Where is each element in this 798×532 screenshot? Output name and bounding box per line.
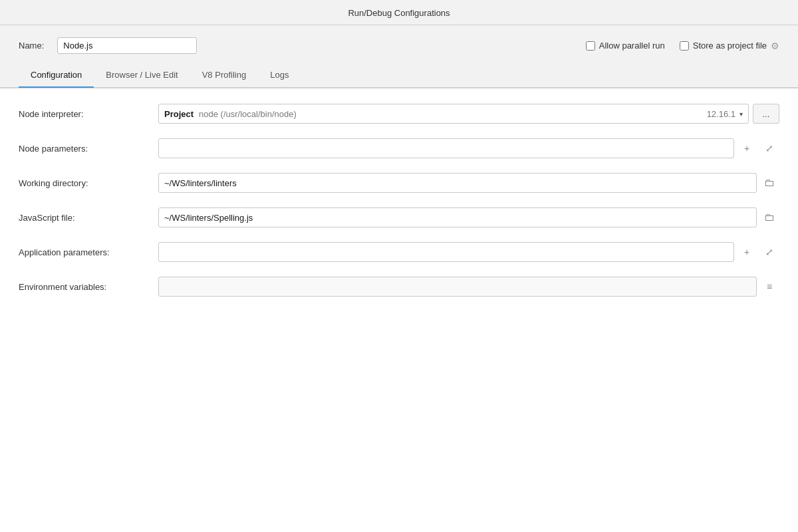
- node-parameters-plus-button[interactable]: +: [737, 138, 757, 158]
- expand-icon-app: ⤢: [765, 247, 773, 257]
- tab-configuration[interactable]: Configuration: [19, 63, 94, 88]
- allow-parallel-checkbox[interactable]: [586, 41, 595, 51]
- folder-icon: 🗀: [764, 177, 775, 189]
- allow-parallel-checkbox-item: Allow parallel run: [586, 41, 665, 51]
- environment-variables-doc-button[interactable]: ≡: [759, 277, 779, 297]
- checkboxes-area: Allow parallel run Store as project file…: [586, 41, 779, 51]
- javascript-file-label: JavaScript file:: [19, 213, 158, 223]
- node-parameters-expand-button[interactable]: ⤢: [759, 138, 779, 158]
- node-interpreter-label: Node interpreter:: [19, 109, 158, 119]
- javascript-file-row: JavaScript file: 🗀: [19, 205, 779, 229]
- node-parameters-input-area: + ⤢: [158, 138, 779, 158]
- working-directory-row: Working directory: 🗀: [19, 171, 779, 195]
- gear-icon[interactable]: ⚙: [771, 41, 779, 51]
- node-parameters-input[interactable]: [158, 138, 734, 158]
- javascript-file-input[interactable]: [158, 207, 757, 227]
- javascript-file-input-area: 🗀: [158, 207, 779, 227]
- node-parameters-label: Node parameters:: [19, 144, 158, 154]
- store-project-label: Store as project file: [693, 41, 767, 51]
- store-project-checkbox-item: Store as project file ⚙: [680, 41, 779, 51]
- name-input[interactable]: [57, 37, 197, 54]
- environment-variables-input-area: ≡: [158, 277, 779, 297]
- doc-icon: ≡: [767, 281, 772, 292]
- javascript-file-folder-button[interactable]: 🗀: [759, 207, 779, 227]
- working-directory-folder-button[interactable]: 🗀: [759, 173, 779, 193]
- title-bar: Run/Debug Configurations: [0, 0, 798, 25]
- plus-icon: +: [744, 143, 749, 154]
- allow-parallel-label: Allow parallel run: [599, 41, 665, 51]
- node-parameters-row: Node parameters: + ⤢: [19, 136, 779, 160]
- folder-icon-js: 🗀: [764, 211, 775, 223]
- node-interpreter-row: Node interpreter: Project node (/usr/loc…: [19, 102, 779, 126]
- header-section: Name: Allow parallel run Store as projec…: [0, 25, 798, 63]
- interpreter-project-text: Project: [164, 109, 194, 119]
- interpreter-path-text: node (/usr/local/bin/node): [199, 109, 297, 119]
- application-parameters-plus-button[interactable]: +: [737, 242, 757, 262]
- application-parameters-expand-button[interactable]: ⤢: [759, 242, 779, 262]
- content-area: Node interpreter: Project node (/usr/loc…: [0, 88, 798, 532]
- interpreter-more-button[interactable]: ...: [753, 104, 779, 124]
- application-parameters-label: Application parameters:: [19, 247, 158, 257]
- working-directory-input-area: 🗀: [158, 173, 779, 193]
- expand-icon: ⤢: [765, 143, 773, 154]
- interpreter-dropdown[interactable]: Project node (/usr/local/bin/node) 12.16…: [158, 104, 749, 124]
- working-directory-label: Working directory:: [19, 178, 158, 188]
- dropdown-arrow-icon: ▾: [739, 110, 743, 118]
- working-directory-input[interactable]: [158, 173, 757, 193]
- name-label: Name:: [19, 41, 44, 51]
- application-parameters-input-area: + ⤢: [158, 242, 779, 262]
- tab-browser-live-edit[interactable]: Browser / Live Edit: [94, 63, 190, 88]
- dialog-title: Run/Debug Configurations: [348, 8, 450, 18]
- tabs-bar: Configuration Browser / Live Edit V8 Pro…: [0, 63, 798, 88]
- node-interpreter-input-area: Project node (/usr/local/bin/node) 12.16…: [158, 104, 779, 124]
- application-parameters-input[interactable]: [158, 242, 734, 262]
- environment-variables-input[interactable]: [158, 277, 757, 297]
- tab-v8-profiling[interactable]: V8 Profiling: [190, 63, 258, 88]
- interpreter-left: Project node (/usr/local/bin/node): [164, 109, 297, 119]
- interpreter-version: 12.16.1: [707, 109, 735, 119]
- dialog: Run/Debug Configurations Name: Allow par…: [0, 0, 798, 532]
- application-parameters-row: Application parameters: + ⤢: [19, 240, 779, 264]
- plus-icon-app: +: [744, 247, 749, 257]
- environment-variables-row: Environment variables: ≡: [19, 275, 779, 299]
- environment-variables-label: Environment variables:: [19, 282, 158, 292]
- tab-logs[interactable]: Logs: [258, 63, 301, 88]
- store-project-checkbox[interactable]: [680, 41, 689, 51]
